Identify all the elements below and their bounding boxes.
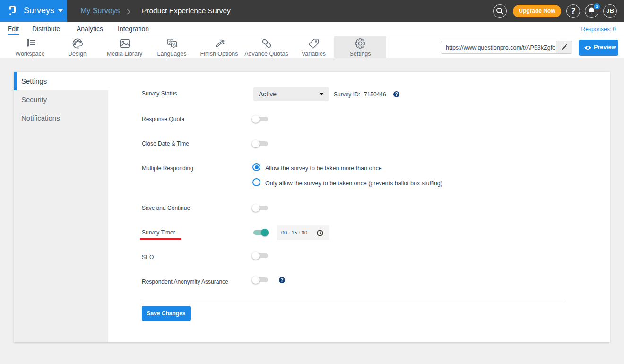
svg-text:A: A [173,43,176,47]
svg-text:文: 文 [168,40,173,44]
